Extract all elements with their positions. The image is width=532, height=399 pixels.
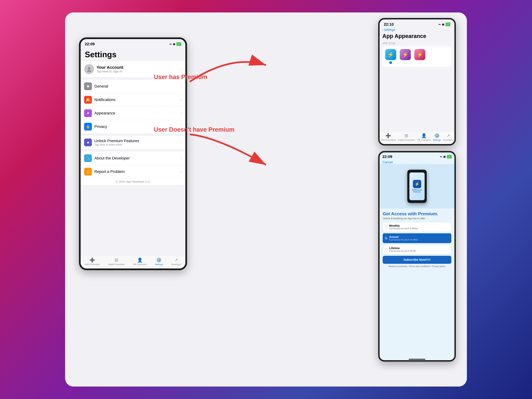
- radio-blue: [389, 61, 392, 64]
- chevron-report: ›: [181, 169, 182, 174]
- notifications-icon-box: 🔔: [84, 96, 92, 104]
- plan-monthly-text: Monthly Full Access for just € 5,99/mo: [389, 224, 449, 230]
- phone-appearance: 22:10 ▪▪ ◉ ⚡ ‹ Settings App Appearance A…: [378, 18, 456, 146]
- aikit-label: AIKit Examples: [85, 263, 100, 266]
- svg-point-0: [88, 67, 90, 70]
- radio-annual: [385, 237, 387, 240]
- footer-section: 🔧 About the Developer › ⚠ Report a Probl…: [81, 152, 185, 185]
- phone-premium: 22:09 ▪▪ ◉ ⚡ Cancel ⚡: [378, 151, 456, 361]
- main-card: 22:09 ▪▪ ◉ ⚡ Settings Your Account Tap h…: [65, 13, 467, 386]
- annotation-no-premium: User Doesn't have Premium: [154, 126, 234, 133]
- settings-tab-label-ap: Settings: [433, 139, 441, 141]
- phone-settings: 22:09 ▪▪ ◉ ⚡ Settings Your Account Tap h…: [79, 38, 187, 270]
- radio-pink: [418, 61, 421, 64]
- radio-monthly: [385, 226, 387, 228]
- premium-row[interactable]: ★ Unlock Premium Features Tap here to le…: [81, 136, 185, 149]
- premium-subtext: Unlock Everything our App has to offer.: [383, 217, 451, 220]
- bolt-icon-blue: ⚡: [387, 51, 394, 58]
- tab-db[interactable]: 👤 DB Examples: [133, 257, 146, 266]
- plan-monthly[interactable]: Monthly Full Access for just € 5,99/mo: [383, 222, 451, 232]
- tab-settings-ap[interactable]: ⚙️ Settings: [433, 133, 441, 141]
- tab-aikit[interactable]: ➕ AIKit Examples: [85, 257, 100, 266]
- app-icon-blue: ⚡: [385, 49, 396, 60]
- battery-icon-pr: ⚡: [447, 155, 452, 158]
- plan-lifetime-price: Full Access for just € 69,99: [389, 250, 449, 252]
- mockup-app-icon: ⚡ SwiftLaunchPremium: [412, 180, 422, 193]
- avatar: [84, 64, 94, 74]
- chevron-general: ›: [181, 84, 182, 89]
- premium-row-label: Unlock Premium Features: [94, 139, 178, 143]
- svg-point-5: [385, 237, 388, 240]
- app-icon-section: APP ICON ⚡ ⚡: [380, 41, 454, 68]
- plan-lifetime-name: Lifetime: [389, 247, 449, 250]
- bolt-icon-purple: ⚡: [402, 51, 409, 58]
- back-link-row[interactable]: ‹ Settings: [380, 27, 454, 32]
- premium-headline: Get Access with Premium.: [383, 211, 451, 216]
- tab-developer[interactable]: ↗ Developer: [171, 257, 181, 266]
- chevron-about: ›: [181, 156, 182, 160]
- tab-aikit-ap[interactable]: ➕ AIKit Examples: [381, 133, 396, 141]
- settings-tab-label: Settings: [155, 263, 163, 266]
- appearance-label: Appearance: [94, 111, 178, 115]
- settings-tab-icon: ⚙️: [156, 257, 162, 263]
- chevron-appearance: ›: [181, 111, 182, 115]
- settings-title: Settings: [81, 47, 185, 61]
- app-icon-option-blue[interactable]: ⚡: [385, 49, 396, 64]
- tab-bar-left: ➕ AIKit Examples ⊞ AdaKit Examples 👤 DB …: [81, 256, 185, 268]
- developer-tab-icon: ↗: [174, 257, 178, 263]
- settings-row-report[interactable]: ⚠ Report a Problem ›: [81, 165, 185, 178]
- status-bar-left: 22:09 ▪▪ ◉ ⚡: [81, 39, 185, 47]
- status-bar-appearance: 22:10 ▪▪ ◉ ⚡: [380, 19, 454, 27]
- plan-lifetime-text: Lifetime Full Access for just € 69,99: [389, 247, 449, 252]
- developer-tab-label-ap: Developer: [443, 139, 453, 141]
- settings-row-notifications[interactable]: 🔔 Notifications ›: [81, 93, 185, 107]
- status-icons-premium: ▪▪ ◉ ⚡: [440, 154, 452, 159]
- adakit-label: AdaKit Examples: [108, 263, 125, 266]
- status-time-appearance: 22:10: [384, 22, 394, 27]
- plan-annual[interactable]: Annual Full Access for just € 44,99/yr: [383, 233, 451, 243]
- signal-icon: ▪▪: [169, 42, 172, 46]
- premium-icon-box: ★: [84, 139, 92, 146]
- annotation-premium: User has Premium: [154, 73, 207, 80]
- settings-row-general[interactable]: General ›: [81, 80, 185, 93]
- app-icon-section-label: APP ICON: [382, 42, 452, 45]
- phone-mockup: ⚡ SwiftLaunchPremium: [407, 170, 427, 203]
- phone-mockup-screen: ⚡ SwiftLaunchPremium: [409, 172, 425, 200]
- wifi-icon-tr: ◉: [442, 23, 444, 26]
- tab-developer-ap[interactable]: ↗ Developer: [443, 133, 453, 141]
- db-label-ap: DB Examples: [417, 139, 431, 141]
- tab-db-ap[interactable]: 👤 DB Examples: [417, 133, 431, 141]
- tab-adakit[interactable]: ⊞ AdaKit Examples: [108, 257, 125, 266]
- plan-annual-name: Annual: [389, 235, 449, 239]
- plan-lifetime[interactable]: Lifetime Full Access for just € 69,99: [383, 245, 451, 254]
- wifi-icon: ◉: [173, 42, 175, 46]
- chevron-icon: ›: [181, 67, 182, 71]
- premium-content: Get Access with Premium. Unlock Everythi…: [380, 209, 454, 358]
- cancel-row: Cancel: [380, 160, 454, 164]
- signal-icon-pr: ▪▪: [440, 155, 442, 158]
- app-icon-row: ⚡ ⚡ ⚡: [382, 46, 452, 67]
- svg-point-1: [87, 70, 91, 72]
- app-icon-pink: ⚡: [414, 49, 425, 60]
- tab-adakit-ap[interactable]: ⊞ AdaKit Examples: [398, 133, 415, 141]
- signal-icon-tr: ▪▪: [438, 23, 441, 26]
- report-icon-box: ⚠: [84, 168, 92, 176]
- privacy-icon-box: 🔒: [84, 123, 92, 131]
- db-icon-ap: 👤: [421, 133, 427, 138]
- phone-mockup-area: ⚡ SwiftLaunchPremium: [380, 164, 454, 209]
- subscribe-button[interactable]: Subscribe Now!!!!!: [383, 256, 451, 264]
- db-icon: 👤: [137, 257, 143, 263]
- tab-settings[interactable]: ⚙️ Settings: [155, 257, 163, 266]
- premium-row-sublabel: Tap here to learn more: [94, 143, 178, 146]
- status-time-left: 22:09: [85, 42, 95, 46]
- settings-row-appearance[interactable]: ✦ Appearance ›: [81, 107, 185, 120]
- tab-bar-appearance: ➕ AIKit Examples ⊞ AdaKit Examples 👤 DB …: [380, 131, 454, 144]
- settings-section-main: General › 🔔 Notifications › ✦ Appeara: [81, 80, 185, 133]
- premium-footer-links: Restore purchases • Terms and conditions…: [383, 265, 451, 269]
- cancel-button[interactable]: Cancel: [382, 160, 393, 164]
- app-icon-option-purple[interactable]: ⚡: [400, 49, 411, 64]
- battery-icon: ⚡: [177, 42, 181, 46]
- status-icons-appearance: ▪▪ ◉ ⚡: [438, 23, 450, 26]
- settings-row-about[interactable]: 🔧 About the Developer ›: [81, 152, 185, 165]
- app-icon-option-pink[interactable]: ⚡: [414, 49, 425, 64]
